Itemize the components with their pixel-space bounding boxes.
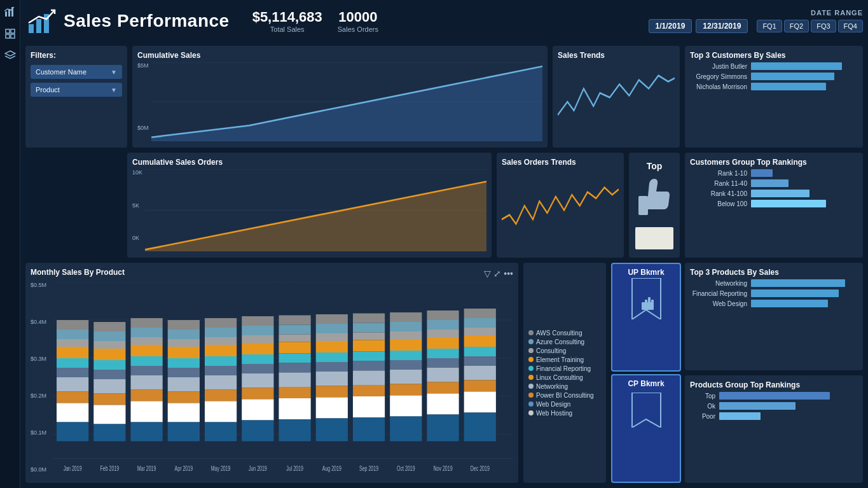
svg-rect-38	[57, 358, 88, 368]
up-bookmark-card[interactable]: UP Bkmrk	[611, 263, 681, 372]
svg-rect-79	[205, 328, 237, 337]
svg-rect-112	[316, 324, 348, 333]
fq1-button[interactable]: FQ1	[757, 20, 782, 32]
ranking-bar-fill	[751, 200, 826, 207]
more-icon[interactable]: •••	[504, 268, 513, 279]
top-icon-area: Top	[629, 153, 680, 258]
cumulative-sales-title: Cumulative Sales	[137, 51, 542, 60]
fq3-button[interactable]: FQ3	[811, 20, 836, 32]
product-name-label: Financial Reporting	[690, 290, 747, 297]
svg-rect-152	[427, 394, 458, 415]
svg-rect-105	[279, 363, 310, 373]
ranking-bar-row: Rank 1-10	[690, 169, 858, 177]
product-name-label: Networking	[690, 280, 747, 287]
svg-rect-142	[390, 417, 422, 442]
customer-name-filter[interactable]: Customer Name ▼	[31, 65, 122, 79]
ranking-label: Rank 41-100	[690, 190, 747, 197]
svg-rect-149	[427, 358, 458, 368]
legend-dot-element	[528, 357, 534, 362]
svg-text:Feb 2019: Feb 2019	[100, 465, 120, 473]
page-title: Sales Performance	[64, 11, 230, 31]
svg-rect-72	[168, 368, 200, 377]
prod-ranking-bar-fill	[719, 392, 830, 400]
legend-dot-azure	[528, 339, 534, 344]
filter-icon[interactable]: ▽	[484, 268, 491, 279]
svg-rect-122	[353, 314, 385, 323]
customer-name-label: Justin Butler	[690, 63, 747, 70]
product-bar-row: Financial Reporting	[690, 289, 858, 297]
svg-rect-52	[93, 394, 125, 405]
customer-bar-track	[751, 62, 858, 70]
prod-ranking-bar-row: Poor	[690, 412, 858, 420]
svg-rect-130	[353, 396, 385, 417]
svg-rect-47	[93, 341, 125, 349]
cp-bookmark-card[interactable]: CP Bkmrk	[611, 374, 681, 483]
chart-bar-icon[interactable]	[3, 5, 17, 19]
svg-rect-81	[205, 345, 237, 356]
legend-azure: Azure Consulting	[528, 338, 601, 345]
svg-rect-138	[390, 360, 422, 370]
svg-rect-160	[464, 356, 496, 366]
monthly-bars-chart: Jan 2019 Feb 2019	[53, 282, 513, 473]
grid-icon[interactable]	[3, 27, 17, 41]
prod-ranking-bar-fill	[719, 412, 761, 420]
svg-rect-42	[57, 403, 88, 422]
ranking-bar-track	[751, 179, 858, 187]
svg-text:Jan 2019: Jan 2019	[64, 465, 82, 473]
product-bar-row: Web Design	[690, 300, 858, 307]
svg-rect-115	[316, 352, 348, 362]
svg-rect-159	[464, 347, 496, 356]
product-filter[interactable]: Product ▼	[31, 83, 122, 97]
ranking-label: Rank 1-10	[690, 170, 747, 177]
svg-rect-87	[205, 422, 237, 442]
prod-rankings-bars: Top Ok Poor	[690, 392, 858, 420]
svg-rect-62	[131, 375, 163, 390]
ranking-bar-fill	[751, 190, 809, 197]
fq2-button[interactable]: FQ2	[784, 20, 809, 32]
svg-text:Sep 2019: Sep 2019	[359, 465, 378, 473]
svg-rect-58	[131, 337, 163, 345]
svg-rect-46	[93, 331, 125, 341]
legend-dot-webdesign	[528, 401, 534, 407]
svg-rect-158	[464, 335, 496, 347]
svg-rect-101	[279, 325, 310, 335]
svg-rect-129	[353, 385, 385, 396]
top3-products-card: Top 3 Products By Sales Networking Finan…	[685, 263, 863, 370]
expand-icon[interactable]: ⤢	[493, 268, 501, 279]
svg-rect-164	[464, 413, 496, 442]
cumulative-orders-card: Cumulative Sales Orders 10K 5K 0K	[127, 153, 492, 258]
filters-panel: Filters: Customer Name ▼ Product ▼	[25, 46, 127, 148]
layers-icon[interactable]	[3, 48, 17, 62]
svg-rect-162	[464, 380, 496, 392]
svg-rect-107	[279, 387, 310, 398]
date-start[interactable]: 1/1/2019	[649, 19, 692, 33]
svg-rect-147	[427, 337, 458, 349]
svg-rect-76	[168, 422, 200, 442]
svg-rect-98	[242, 421, 273, 442]
svg-rect-156	[464, 318, 496, 328]
product-label: Product	[36, 86, 60, 94]
date-end[interactable]: 12/31/2019	[696, 19, 748, 33]
svg-rect-104	[279, 354, 310, 363]
svg-marker-166	[632, 278, 661, 319]
fq4-button[interactable]: FQ4	[838, 20, 863, 32]
customer-bar-row: Gregory Simmons	[690, 73, 858, 80]
rankings-bars: Rank 1-10 Rank 11-40 Rank 41-100 Below 1…	[690, 169, 858, 207]
product-bar-track	[751, 289, 858, 297]
orders-trends-chart	[502, 169, 619, 251]
bookmark-up-icon	[629, 278, 664, 319]
prod-ranking-bar-fill	[719, 402, 796, 410]
svg-rect-108	[279, 398, 310, 419]
svg-rect-5	[6, 34, 10, 38]
legend-dot-aws	[528, 330, 534, 335]
sales-orders-trends-card: Sales Orders Trends	[497, 153, 624, 258]
logo-area: Sales Performance	[25, 5, 230, 37]
customer-name-label: Nicholas Morrison	[690, 83, 747, 90]
svg-rect-161	[464, 366, 496, 380]
right-panel: Top 3 Products By Sales Networking Finan…	[685, 263, 863, 483]
date-range-section: DATE RANGE 1/1/2019 12/31/2019 FQ1 FQ2 F…	[649, 9, 863, 33]
svg-rect-97	[242, 400, 273, 421]
legend-label-webdesign: Web Design	[536, 401, 570, 408]
svg-text:Nov 2019: Nov 2019	[434, 465, 453, 473]
ranking-bar-fill	[751, 179, 789, 187]
